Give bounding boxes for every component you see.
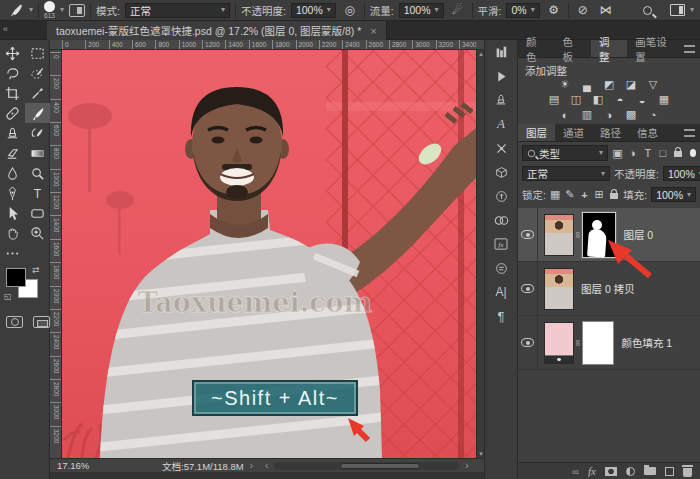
pressure-opacity-icon[interactable]: ◎ bbox=[341, 1, 359, 19]
color-lookup-icon[interactable]: ▦ bbox=[656, 93, 673, 106]
quick-selection-tool[interactable] bbox=[25, 63, 50, 83]
paint-symmetry-icon[interactable]: ⋈ bbox=[597, 1, 615, 19]
tab-info[interactable]: 信息 bbox=[629, 124, 666, 141]
flow-input[interactable]: 100% ▾ bbox=[399, 3, 444, 18]
type-tool[interactable]: T bbox=[25, 183, 50, 203]
paragraph-panel-icon[interactable]: ¶ bbox=[485, 304, 517, 328]
filter-toggle-icon[interactable] bbox=[690, 149, 696, 157]
panel-menu-icon[interactable] bbox=[684, 45, 695, 53]
panel-menu-icon[interactable] bbox=[684, 129, 695, 137]
airbrush-icon[interactable]: ☄ bbox=[449, 1, 467, 19]
move-tool[interactable] bbox=[0, 43, 25, 63]
layer-thumbnail[interactable] bbox=[544, 214, 574, 256]
path-selection-tool[interactable] bbox=[0, 203, 25, 223]
swap-colors-icon[interactable]: ⇄ bbox=[32, 265, 40, 275]
blur-tool[interactable] bbox=[0, 163, 25, 183]
pen-tool[interactable] bbox=[0, 183, 25, 203]
brush-tool-preset-icon[interactable] bbox=[6, 1, 24, 19]
filter-pixel-layers-icon[interactable]: ▣ bbox=[612, 147, 623, 160]
zoom-tool[interactable] bbox=[25, 223, 50, 243]
foreground-color-swatch[interactable] bbox=[6, 268, 26, 287]
tab-color[interactable]: 颜色 bbox=[518, 40, 554, 57]
canvas-horizontal-scrollbar[interactable] bbox=[274, 462, 459, 470]
threshold-icon[interactable]: ◑ bbox=[601, 108, 618, 121]
layer-filter-select[interactable]: 类型 ▾ bbox=[522, 145, 608, 161]
creative-cloud-icon[interactable] bbox=[485, 208, 517, 232]
layer-mask-thumbnail[interactable] bbox=[582, 212, 616, 258]
layer-mask-thumbnail[interactable] bbox=[582, 321, 614, 365]
healing-brush-tool[interactable] bbox=[0, 103, 25, 123]
status-next-icon[interactable]: › bbox=[250, 460, 253, 471]
layer-row-layer0-copy[interactable]: 图层 0 拷贝 bbox=[518, 262, 700, 316]
styles-icon[interactable]: fx bbox=[485, 232, 517, 256]
chevron-down-icon[interactable]: ▾ bbox=[690, 6, 694, 14]
blend-mode-select[interactable]: 正常 ▾ bbox=[125, 3, 230, 18]
zoom-level-input[interactable]: 17.16% bbox=[57, 460, 102, 471]
eyedropper-tool[interactable] bbox=[25, 83, 50, 103]
filter-shape-layers-icon[interactable]: □ bbox=[657, 147, 668, 159]
search-icon[interactable] bbox=[643, 6, 652, 15]
collapse-tabs-icon[interactable]: « bbox=[3, 24, 8, 34]
tab-layers[interactable]: 图层 bbox=[518, 124, 555, 141]
canvas-vertical-scrollbar[interactable]: ▲ ▼ bbox=[476, 50, 484, 458]
actions-icon[interactable] bbox=[485, 64, 517, 88]
crop-tool[interactable] bbox=[0, 83, 25, 103]
photo-filter-icon[interactable]: ◓ bbox=[612, 93, 629, 106]
layer-name[interactable]: 图层 0 bbox=[623, 227, 653, 242]
layer-opacity-input[interactable]: 100% ▾ bbox=[663, 166, 700, 181]
fill-layer-thumbnail[interactable] bbox=[544, 322, 574, 364]
brightness-contrast-icon[interactable]: ☀ bbox=[557, 78, 574, 91]
black-white-icon[interactable]: ◧ bbox=[590, 93, 607, 106]
document-tab[interactable]: taoxuemei-蒙版红色遮罩快捷.psd @ 17.2% (图层 0, 图层… bbox=[47, 21, 387, 40]
tab-paths[interactable]: 路径 bbox=[592, 124, 629, 141]
brush-size-picker[interactable]: 613 bbox=[44, 1, 55, 20]
tab-brush-settings[interactable]: 画笔设置 bbox=[627, 40, 684, 57]
new-group-icon[interactable] bbox=[644, 467, 656, 475]
color-balance-icon[interactable]: ◫ bbox=[568, 93, 585, 106]
layer-style-fx-icon[interactable]: fx bbox=[588, 465, 596, 477]
screen-mode-icon[interactable] bbox=[33, 316, 50, 328]
eraser-tool[interactable] bbox=[0, 143, 25, 163]
tab-channels[interactable]: 通道 bbox=[555, 124, 592, 141]
default-colors-icon[interactable]: ◱ bbox=[4, 292, 12, 301]
3d-panel-icon[interactable] bbox=[485, 160, 517, 184]
delete-layer-icon[interactable] bbox=[683, 468, 692, 477]
chevron-down-icon[interactable]: ▾ bbox=[60, 6, 64, 14]
lock-all-icon[interactable] bbox=[609, 189, 620, 201]
quick-mask-icon[interactable] bbox=[6, 316, 23, 328]
selective-color-icon[interactable]: ◔ bbox=[645, 108, 662, 121]
history-brush-tool[interactable] bbox=[25, 123, 50, 143]
marquee-tool[interactable] bbox=[25, 43, 50, 63]
clone-source-icon[interactable] bbox=[485, 88, 517, 112]
filter-type-layers-icon[interactable]: T bbox=[642, 147, 653, 159]
brush-tool[interactable] bbox=[25, 103, 50, 123]
lock-transparency-icon[interactable]: ▦ bbox=[550, 188, 561, 201]
lock-position-icon[interactable]: + bbox=[579, 189, 590, 201]
workspace-switcher-icon[interactable] bbox=[670, 4, 685, 16]
posterize-icon[interactable]: ▥ bbox=[579, 108, 596, 121]
add-mask-icon[interactable] bbox=[605, 467, 617, 476]
layer-thumbnail[interactable] bbox=[544, 268, 574, 310]
glyphs-icon[interactable]: A bbox=[485, 112, 517, 136]
filter-adjustment-layers-icon[interactable]: ◑ bbox=[627, 147, 638, 159]
visibility-toggle[interactable] bbox=[518, 208, 538, 262]
smoothing-input[interactable]: 0% ▾ bbox=[506, 3, 539, 18]
invert-icon[interactable]: ◐ bbox=[557, 108, 574, 121]
brush-angle-icon[interactable]: ⊘ bbox=[574, 1, 592, 19]
new-adjustment-layer-icon[interactable] bbox=[626, 467, 635, 476]
toggle-brush-panel-icon[interactable] bbox=[69, 4, 85, 17]
canvas[interactable]: Taoxuemei.com ~Shift + Alt~ bbox=[62, 50, 476, 458]
new-layer-icon[interactable] bbox=[665, 467, 674, 476]
layer-fill-input[interactable]: 100% ▾ bbox=[651, 187, 696, 202]
notes-icon[interactable] bbox=[485, 256, 517, 280]
exposure-icon[interactable]: ◪ bbox=[623, 78, 640, 91]
layer-blend-mode-select[interactable]: 正常 ▾ bbox=[522, 166, 610, 181]
hue-saturation-icon[interactable]: ▤ bbox=[546, 93, 563, 106]
gradient-tool[interactable] bbox=[25, 143, 50, 163]
layer-row-color-fill[interactable]: ∞ 颜色填充 1 bbox=[518, 316, 700, 370]
layer-name[interactable]: 颜色填充 1 bbox=[621, 335, 672, 350]
filter-smart-objects-icon[interactable] bbox=[673, 147, 684, 159]
lock-artboard-icon[interactable]: ⊞ bbox=[594, 188, 605, 201]
lock-paint-icon[interactable]: ✎ bbox=[565, 188, 576, 201]
opacity-input[interactable]: 100% ▾ bbox=[291, 3, 336, 18]
